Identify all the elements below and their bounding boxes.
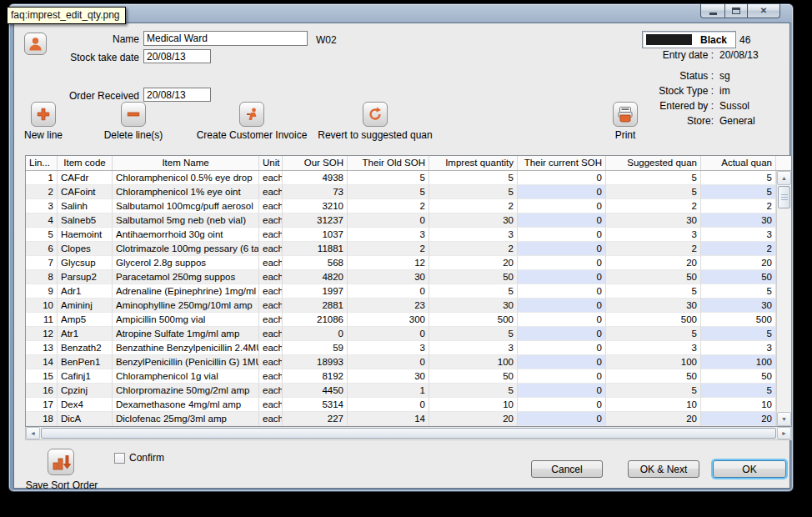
cell-their_old_soh[interactable]: 2	[348, 242, 429, 256]
cell-suggested_quan[interactable]: 5	[606, 284, 701, 299]
cell-actual_quan[interactable]: 20	[701, 412, 776, 426]
table-row[interactable]: 15Cafinj1Chloramphenicol 1g vialeach8192…	[26, 369, 776, 384]
column-header-item_name[interactable]: Item Name	[113, 156, 259, 170]
cell-suggested_quan[interactable]: 3	[606, 228, 701, 242]
cell-our_soh[interactable]: 31237	[283, 213, 348, 228]
new-line-button[interactable]: New line	[14, 102, 73, 141]
cell-line[interactable]: 11	[26, 313, 58, 327]
table-row[interactable]: 4Salneb5Salbutamol 5mg neb (neb vial)eac…	[26, 213, 776, 228]
column-header-line[interactable]: Lin...	[26, 156, 58, 170]
table-row[interactable]: 10AmininjAminophylline 250mg/10ml ampeac…	[26, 299, 776, 313]
cell-unit[interactable]: each	[259, 369, 283, 384]
table-row[interactable]: 1CAFdrChloramphenicol 0.5% eye dropeach4…	[26, 171, 776, 185]
cell-actual_quan[interactable]: 5	[701, 185, 776, 199]
cell-imprest_quantity[interactable]: 100	[429, 355, 518, 369]
cell-imprest_quantity[interactable]: 5	[429, 327, 518, 341]
cell-their_current_soh[interactable]: 0	[518, 369, 606, 384]
cell-their_old_soh[interactable]: 30	[348, 369, 429, 384]
cell-their_current_soh[interactable]: 0	[518, 313, 606, 327]
cell-unit[interactable]: each	[259, 213, 283, 228]
cell-our_soh[interactable]: 8192	[283, 369, 348, 384]
confirm-checkbox[interactable]	[114, 453, 125, 464]
cell-their_old_soh[interactable]: 3	[348, 341, 429, 355]
ok-and-next-button[interactable]: OK & Next	[628, 460, 699, 478]
cell-our_soh[interactable]: 73	[283, 185, 348, 199]
cell-actual_quan[interactable]: 10	[701, 398, 776, 412]
cell-our_soh[interactable]: 4450	[283, 384, 348, 398]
cell-our_soh[interactable]: 1997	[283, 284, 348, 299]
cell-their_current_soh[interactable]: 0	[518, 185, 606, 199]
cell-our_soh[interactable]: 5314	[283, 398, 348, 412]
cell-imprest_quantity[interactable]: 20	[429, 256, 518, 270]
cell-their_current_soh[interactable]: 0	[518, 242, 606, 256]
cell-our_soh[interactable]: 21086	[283, 313, 348, 327]
cell-their_old_soh[interactable]: 30	[348, 270, 429, 284]
name-input[interactable]	[143, 31, 308, 46]
cell-actual_quan[interactable]: 5	[701, 171, 776, 185]
cell-unit[interactable]: each	[259, 412, 283, 426]
cell-their_old_soh[interactable]: 3	[348, 228, 429, 242]
cell-actual_quan[interactable]: 2	[701, 242, 776, 256]
cell-their_current_soh[interactable]: 0	[518, 171, 606, 185]
cell-item_code[interactable]: Amininj	[58, 299, 113, 313]
cell-suggested_quan[interactable]: 30	[606, 213, 701, 228]
cell-item_name[interactable]: Dexamethasone 4mg/ml amp	[113, 398, 259, 412]
cell-unit[interactable]: each	[259, 327, 283, 341]
cell-imprest_quantity[interactable]: 5	[429, 284, 518, 299]
column-header-unit[interactable]: Unit	[259, 156, 283, 170]
cell-item_name[interactable]: Salbutamol 100mcg/puff aerosol	[113, 199, 259, 213]
cell-imprest_quantity[interactable]: 5	[429, 185, 518, 199]
scroll-up-arrow-icon[interactable]: ▲	[777, 171, 791, 185]
cell-imprest_quantity[interactable]: 5	[429, 171, 518, 185]
table-row[interactable]: 12Atr1Atropine Sulfate 1mg/ml ampeach005…	[26, 327, 776, 341]
cell-unit[interactable]: each	[259, 398, 283, 412]
cell-item_code[interactable]: Haemoint	[58, 228, 113, 242]
cell-their_current_soh[interactable]: 0	[518, 384, 606, 398]
cell-imprest_quantity[interactable]: 30	[429, 299, 518, 313]
cell-item_code[interactable]: BenPen1	[58, 355, 113, 369]
cell-actual_quan[interactable]: 5	[701, 327, 776, 341]
cell-our_soh[interactable]: 227	[283, 412, 348, 426]
cell-actual_quan[interactable]: 50	[701, 369, 776, 384]
cell-their_old_soh[interactable]: 0	[348, 213, 429, 228]
table-row[interactable]: 11Amp5Ampicillin 500mg vialeach210863005…	[26, 313, 776, 327]
cell-their_old_soh[interactable]: 300	[348, 313, 429, 327]
cell-actual_quan[interactable]: 500	[701, 313, 776, 327]
cell-item_code[interactable]: CAFoint	[58, 185, 113, 199]
cell-imprest_quantity[interactable]: 10	[429, 398, 518, 412]
horizontal-scroll-thumb[interactable]	[41, 428, 776, 439]
cell-line[interactable]: 4	[26, 213, 58, 228]
cancel-button[interactable]: Cancel	[531, 460, 603, 478]
cell-line[interactable]: 18	[26, 412, 58, 426]
cell-their_current_soh[interactable]: 0	[518, 355, 606, 369]
cell-item_name[interactable]: Chloramphenicol 0.5% eye drop	[113, 171, 259, 185]
cell-item_code[interactable]: Clopes	[58, 242, 113, 256]
customer-details-button[interactable]	[24, 33, 47, 55]
cell-suggested_quan[interactable]: 30	[606, 299, 701, 313]
cell-actual_quan[interactable]: 5	[701, 284, 776, 299]
table-row[interactable]: 9Adr1Adrenaline (Epinephrine) 1mg/ml amp…	[26, 284, 776, 299]
cell-our_soh[interactable]: 0	[283, 327, 348, 341]
cell-our_soh[interactable]: 4938	[283, 171, 348, 185]
cell-their_current_soh[interactable]: 0	[518, 284, 606, 299]
cell-unit[interactable]: each	[259, 256, 283, 270]
cell-unit[interactable]: each	[259, 242, 283, 256]
delete-lines-button[interactable]: Delete line(s)	[96, 102, 171, 141]
cell-imprest_quantity[interactable]: 3	[429, 228, 518, 242]
cell-actual_quan[interactable]: 5	[701, 384, 776, 398]
cell-line[interactable]: 5	[26, 228, 58, 242]
table-row[interactable]: 3SalinhSalbutamol 100mcg/puff aerosoleac…	[26, 199, 776, 213]
cell-unit[interactable]: each	[259, 355, 283, 369]
cell-actual_quan[interactable]: 30	[701, 299, 776, 313]
minimize-button[interactable]	[700, 4, 725, 18]
cell-item_code[interactable]: Dex4	[58, 398, 113, 412]
cell-their_current_soh[interactable]: 0	[518, 398, 606, 412]
cell-suggested_quan[interactable]: 5	[606, 185, 701, 199]
cell-their_old_soh[interactable]: 0	[348, 398, 429, 412]
revert-to-suggested-button[interactable]: Revert to suggested quan	[304, 102, 446, 141]
cell-item_name[interactable]: Chloramphenicol 1% eye oint	[113, 185, 259, 199]
cell-unit[interactable]: each	[259, 228, 283, 242]
cell-item_code[interactable]: Salinh	[58, 199, 113, 213]
scroll-right-arrow-icon[interactable]: ►	[777, 427, 791, 439]
cell-their_old_soh[interactable]: 0	[348, 327, 429, 341]
